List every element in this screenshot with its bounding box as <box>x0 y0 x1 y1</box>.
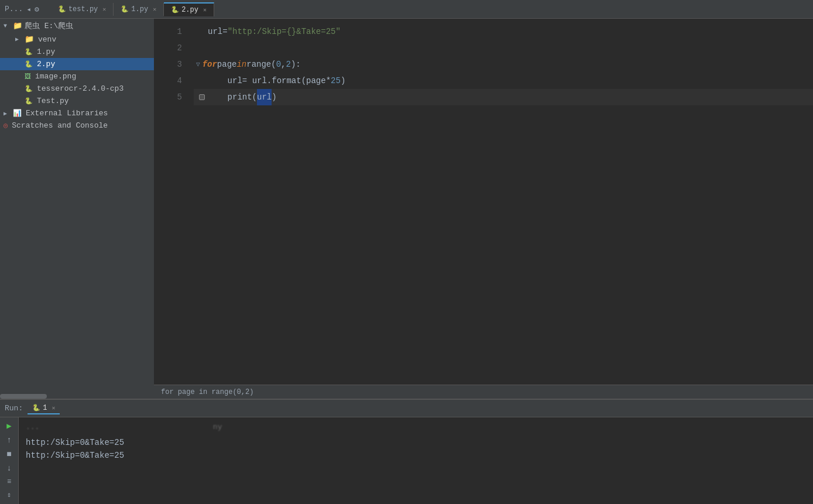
editor-area: 1 2 3 4 5 url = "http:/Skip={}&Take=25" <box>154 19 813 399</box>
run-stop-button[interactable]: ■ <box>4 450 15 459</box>
sidebar-item-image[interactable]: 🖼 image.png <box>0 70 154 83</box>
token-for: for <box>203 56 217 73</box>
py-icon-2py: 🐍 <box>25 60 33 68</box>
expand-arrow-ext: ▶ <box>4 110 11 117</box>
token-paren-4: ) <box>341 73 345 89</box>
run-tab-1[interactable]: 🐍 1 ✕ <box>28 403 60 414</box>
output-line-1: http:/Skip=0&Take=25 <box>26 436 806 449</box>
token-print: print( <box>228 89 257 105</box>
sidebar-scrollbar[interactable] <box>0 394 154 399</box>
run-up-button[interactable]: ↑ <box>4 436 15 445</box>
menu-icon[interactable]: P... <box>5 5 23 13</box>
token-in: in <box>236 56 246 73</box>
run-label: Run: <box>5 404 23 413</box>
line-numbers: 1 2 3 4 5 <box>154 19 189 385</box>
code-line-5: print( url ) <box>194 89 813 105</box>
top-bar-icons: P... ◂ ⚙ <box>5 5 39 14</box>
py-icon-1py: 🐍 <box>25 48 33 56</box>
token-indent-5 <box>208 89 228 105</box>
sidebar-item-scratches[interactable]: ◎ Scratches and Console <box>0 119 154 132</box>
scratches-icon: ◎ <box>4 121 8 130</box>
main-content: ▼ 📁 爬虫 E:\爬虫 ▶ 📁 venv 🐍 1.py 🐍 2.py 🖼 im… <box>0 19 813 399</box>
top-bar: P... ◂ ⚙ 🐍 test.py ✕ 🐍 1.py ✕ 🐍 2.py ✕ <box>0 0 813 19</box>
py-icon-tesserocr: 🐍 <box>25 85 33 92</box>
token-url-1: url <box>208 23 222 40</box>
nav-icon[interactable]: ◂ <box>26 5 31 14</box>
token-range: range( <box>246 56 276 73</box>
run-tab-close[interactable]: ✕ <box>52 404 55 412</box>
token-2: 2 <box>286 56 291 73</box>
token-0: 0 <box>276 56 281 73</box>
tab-test-py[interactable]: 🐍 test.py ✕ <box>51 3 114 16</box>
expand-arrow-venv: ▶ <box>15 36 22 43</box>
expand-arrow-root: ▼ <box>4 23 11 29</box>
run-header: Run: 🐍 1 ✕ <box>0 400 813 417</box>
py-icon-testpy: 🐍 <box>25 97 33 105</box>
sidebar-item-venv[interactable]: ▶ 📁 venv <box>0 33 154 46</box>
sidebar-item-testpy[interactable]: 🐍 Test.py <box>0 95 154 107</box>
token-paren-5: ) <box>272 89 276 105</box>
tab-1-py[interactable]: 🐍 1.py ✕ <box>114 3 164 16</box>
editor-content[interactable]: 1 2 3 4 5 url = "http:/Skip={}&Take=25" <box>154 19 813 385</box>
token-space-3a: page <box>217 56 237 73</box>
code-line-1: url = "http:/Skip={}&Take=25" <box>194 23 813 40</box>
run-align-button[interactable]: ⇕ <box>4 491 15 499</box>
token-indent-4 <box>208 73 228 89</box>
output-blurred-line: ... ny <box>26 421 806 434</box>
breakpoint-indicator <box>196 94 208 100</box>
sidebar-project-root[interactable]: ▼ 📁 爬虫 E:\爬虫 <box>0 19 154 33</box>
image-icon: 🖼 <box>25 73 31 80</box>
token-url-5: url <box>257 89 272 105</box>
tab-close-testpy[interactable]: ✕ <box>102 6 106 13</box>
code-line-2 <box>194 40 813 56</box>
token-eq-4: = url.format(page* <box>242 73 331 89</box>
run-output: ... ny http:/Skip=0&Take=25 http:/Skip=0… <box>19 417 813 504</box>
run-play-button[interactable]: ▶ <box>4 421 15 431</box>
token-25: 25 <box>331 73 341 89</box>
fold-arrow-3[interactable]: ▽ <box>196 56 200 73</box>
tab-close-1py[interactable]: ✕ <box>153 6 156 13</box>
sidebar-item-tesserocr[interactable]: 🐍 tesserocr-2.4.0-cp3 <box>0 83 154 95</box>
token-colon-3: ): <box>291 56 301 73</box>
token-str-1: "http:/Skip={}&Take=25" <box>228 23 341 40</box>
status-bar: for page in range(0,2) <box>154 385 813 399</box>
code-editor[interactable]: url = "http:/Skip={}&Take=25" ▽ for page… <box>189 19 813 385</box>
settings-icon[interactable]: ⚙ <box>35 5 39 14</box>
sidebar-item-external-libraries[interactable]: ▶ 📊 External Libraries <box>0 107 154 119</box>
sidebar: ▼ 📁 爬虫 E:\爬虫 ▶ 📁 venv 🐍 1.py 🐍 2.py 🖼 im… <box>0 19 154 399</box>
run-tools: ▶ ↑ ■ ↓ ≡ ⇕ ⊡ <box>0 417 19 504</box>
sidebar-scrollbar-thumb[interactable] <box>0 394 47 399</box>
folder-icon-root: 📁 <box>13 21 22 30</box>
code-line-3: ▽ for page in range( 0 , 2 ): <box>194 56 813 73</box>
token-eq-1: = <box>222 23 227 40</box>
tab-bar: 🐍 test.py ✕ 🐍 1.py ✕ 🐍 2.py ✕ <box>51 2 214 16</box>
library-icon: 📊 <box>13 109 22 118</box>
run-py-icon: 🐍 <box>32 404 40 412</box>
folder-icon-venv: 📁 <box>25 35 34 44</box>
tab-close-2py[interactable]: ✕ <box>203 6 207 13</box>
bp-square-icon <box>199 94 205 100</box>
token-comma-3: , <box>281 56 286 73</box>
sidebar-item-1py[interactable]: 🐍 1.py <box>0 46 154 58</box>
run-panel: Run: 🐍 1 ✕ ▶ ↑ ■ ↓ ≡ ⇕ ⊡ ... ny http:/Sk… <box>0 399 813 504</box>
code-line-4: url = url.format(page* 25 ) <box>194 73 813 89</box>
sidebar-item-2py[interactable]: 🐍 2.py <box>0 58 154 70</box>
tab-2-py[interactable]: 🐍 2.py ✕ <box>164 2 214 16</box>
status-hint: for page in range(0,2) <box>161 388 253 396</box>
output-line-2: http:/Skip=0&Take=25 <box>26 449 806 462</box>
run-body: ▶ ↑ ■ ↓ ≡ ⇕ ⊡ ... ny http:/Skip=0&Take=2… <box>0 417 813 504</box>
run-wrap-button[interactable]: ≡ <box>4 478 15 486</box>
token-url-4: url <box>228 73 242 89</box>
run-down-button[interactable]: ↓ <box>4 464 15 473</box>
